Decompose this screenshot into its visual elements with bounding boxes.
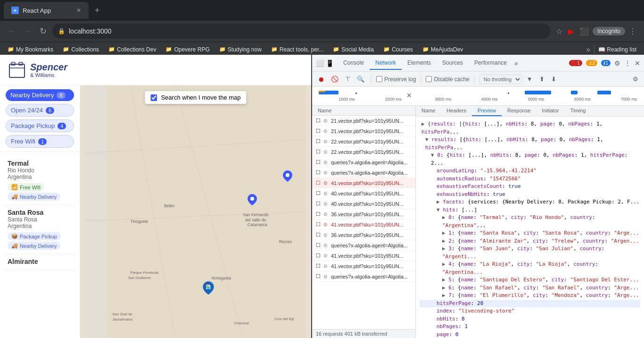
expand-icon[interactable]: ▶ xyxy=(421,121,425,127)
bookmark-opevere[interactable]: 📁 Opevere RPG xyxy=(162,45,213,54)
preview-tab-timing[interactable]: Timing xyxy=(565,106,592,116)
search-when-move-checkbox[interactable] xyxy=(150,94,157,101)
expand-hit6-icon[interactable]: ▶ xyxy=(442,285,446,291)
expand-hit3-icon[interactable]: ▶ xyxy=(442,245,446,252)
expand-hit0-icon[interactable]: ▶ xyxy=(442,214,446,220)
import-icon[interactable]: ⬆ xyxy=(537,75,546,84)
forward-button[interactable]: → xyxy=(22,25,34,38)
youtube-icon[interactable]: ▶ xyxy=(566,25,576,38)
timeline-bar-4 xyxy=(571,91,578,94)
filter-icon[interactable]: ⊤ xyxy=(343,75,352,84)
row-name: queries?x-algolia-agent=Algolia... xyxy=(331,274,412,279)
bookmark-collections-dev[interactable]: 📁 Collections Dev xyxy=(105,45,160,54)
expand-hit7-icon[interactable]: ▶ xyxy=(442,292,446,298)
timeline-1000ms: 1000 ms xyxy=(339,97,355,101)
network-row-15[interactable]: ☐ ⊙ queries?x-algolia-agent=Algolia... xyxy=(312,271,415,282)
tab-performance[interactable]: Performance xyxy=(469,57,512,70)
store-item-termal[interactable]: Termal Rio Hondo Argentina 📶 Free Wifi 🚚… xyxy=(4,156,76,205)
preview-tab-name[interactable]: Name xyxy=(416,106,441,116)
filter-nearby-delivery[interactable]: Nearby Delivery 8 xyxy=(6,89,74,101)
expand-hit5-icon[interactable]: ▶ xyxy=(442,277,446,283)
tab-elements[interactable]: Elements xyxy=(402,57,437,70)
preview-tab-headers[interactable]: Headers xyxy=(441,106,472,116)
record-button[interactable]: ⏺ xyxy=(316,75,326,84)
bookmark-meajudadev[interactable]: 📁 MeAjudaDev xyxy=(419,45,467,54)
active-tab[interactable]: R React App ✕ xyxy=(4,2,89,19)
network-row-14[interactable]: ☐ ⊙ 41.vector.pbf?sku=101y95UN... xyxy=(312,261,415,271)
browser-chrome: R React App ✕ + ← → ↻ 🔒 localhost:3000 ☆… xyxy=(0,0,644,55)
tab-close-button[interactable]: ✕ xyxy=(76,7,81,14)
filter-package-pickup[interactable]: Package Pickup 4 xyxy=(6,119,74,132)
incognito-badge[interactable]: Incognito xyxy=(593,27,625,35)
preserve-log-checkbox[interactable] xyxy=(376,76,382,82)
refresh-button[interactable]: ↻ xyxy=(38,24,49,38)
expand-results-icon[interactable]: ▼ xyxy=(425,136,429,143)
star-button[interactable]: ☆ xyxy=(554,25,564,38)
bookmark-react-tools[interactable]: 📁 React tools, per... xyxy=(267,45,327,54)
export-icon[interactable]: ⬇ xyxy=(549,75,558,84)
filter-free-wifi[interactable]: Free Wifi 1 xyxy=(6,135,74,148)
devtools-close-icon[interactable]: ✕ xyxy=(635,59,640,67)
network-row-0[interactable]: ☐ ⊙ 21.vector.pbf?sku=101y95UN... xyxy=(312,116,415,126)
bookmark-reading-list[interactable]: 📖 Reading list xyxy=(594,45,640,54)
tab-network[interactable]: Network xyxy=(370,57,402,70)
more-tabs-button[interactable]: » xyxy=(514,59,518,67)
expand-hit2-icon[interactable]: ▶ xyxy=(442,238,446,244)
expand-hit1-icon[interactable]: ▶ xyxy=(442,230,446,236)
map-pin-1[interactable] xyxy=(248,194,257,207)
network-row-2[interactable]: ☐ ⊙ 22.vector.pbf?sku=101y95UN... xyxy=(312,136,415,147)
devtools-device-icon[interactable]: 📱 xyxy=(326,59,334,67)
bookmark-studying[interactable]: 📁 Studying now xyxy=(215,45,265,54)
devtools-inspect-icon[interactable]: ⬜ xyxy=(316,59,324,67)
logo-subtitle: & Williams xyxy=(30,72,67,78)
bookmark-courses[interactable]: 📁 Courses xyxy=(380,45,417,54)
bookmark-social-media[interactable]: 📁 Social Media xyxy=(329,45,378,54)
preview-tab-preview[interactable]: Preview xyxy=(472,106,502,116)
network-row-10[interactable]: ☐ ⊙ 41.vector.pbf?sku=101y95UN... xyxy=(312,220,415,230)
network-row-3[interactable]: ☐ ⊙ 22.vector.pbf?sku=101y95UN... xyxy=(312,147,415,157)
throttle-down-icon[interactable]: ▼ xyxy=(525,75,535,84)
preview-tab-response[interactable]: Response xyxy=(502,106,537,116)
network-row-5[interactable]: ☐ ⊙ queries?x-algolia-agent=Algolia... xyxy=(312,168,415,178)
network-row-9[interactable]: ☐ ⊙ 36.vector.pbf?sku=101y95UN... xyxy=(312,209,415,220)
store-item-almirante[interactable]: Almirante xyxy=(4,254,76,270)
back-button[interactable]: ← xyxy=(6,25,18,38)
disable-cache-checkbox[interactable] xyxy=(426,76,432,82)
search-icon[interactable]: 🔍 xyxy=(355,75,366,84)
devtools-settings-icon[interactable]: ⚙ xyxy=(614,59,620,67)
settings-icon[interactable]: ⚙ xyxy=(631,75,640,84)
map-pin-selected[interactable]: 🏪 xyxy=(203,281,214,296)
network-row-12[interactable]: ☐ ⊙ queries?x-algolia-agent=Algolia... xyxy=(312,240,415,251)
preserve-log-label[interactable]: Preserve log xyxy=(376,76,416,83)
tab-sources[interactable]: Sources xyxy=(437,57,469,70)
network-row-11[interactable]: ☐ ⊙ 36.vector.pbf?sku=101y95UN... xyxy=(312,230,415,240)
filter-open-24[interactable]: Open 24/24 6 xyxy=(6,104,74,117)
expand-facets-icon[interactable]: ▶ xyxy=(437,199,440,205)
map-search-bar[interactable]: Search when I move the map xyxy=(145,91,246,104)
bookmark-my-bookmarks[interactable]: 📁 My Bookmarks xyxy=(4,45,57,54)
expand-hit4-icon[interactable]: ▶ xyxy=(442,261,446,267)
network-row-1[interactable]: ☐ ⊙ 21.vector.pbf?sku=101y95UN... xyxy=(312,126,415,136)
devtools-more-icon[interactable]: ⋮ xyxy=(624,59,631,67)
expand-0-icon[interactable]: ▼ xyxy=(431,152,434,158)
tab-console[interactable]: Console xyxy=(338,57,370,70)
bookmarks-more-button[interactable]: » xyxy=(586,45,590,54)
store-item-santa-rosa[interactable]: Santa Rosa Santa Rosa Argentina 📦 Packag… xyxy=(4,205,76,254)
preview-tab-initiator[interactable]: Initiator xyxy=(537,106,565,116)
menu-button[interactable]: ⋮ xyxy=(627,25,638,38)
network-row-8[interactable]: ☐ ⊙ 40.vector.pbf?sku=101y95UN... xyxy=(312,199,415,209)
network-row-7[interactable]: ☐ ⊙ 40.vector.pbf?sku=101y95UN... xyxy=(312,188,415,199)
map-pin-2[interactable] xyxy=(283,170,292,184)
network-row-13[interactable]: ☐ ⊙ 41.vector.pbf?sku=101y95UN... xyxy=(312,251,415,261)
new-tab-button[interactable]: + xyxy=(91,4,104,17)
network-row-6[interactable]: ☐ ⊙ 41.vector.pbf?sku=101y95UN... xyxy=(312,178,415,188)
disable-cache-label[interactable]: Disable cache xyxy=(426,76,469,83)
row-icon: ⊙ xyxy=(323,128,331,134)
bookmark-collections[interactable]: 📁 Collections xyxy=(59,45,103,54)
address-bar[interactable]: 🔒 localhost:3000 xyxy=(52,24,550,39)
expand-hits-icon[interactable]: ▼ xyxy=(437,207,440,213)
throttle-select[interactable]: No throttling xyxy=(479,75,522,84)
extensions-button[interactable]: ⬛ xyxy=(578,25,591,38)
clear-button[interactable]: 🚫 xyxy=(329,75,340,84)
network-row-4[interactable]: ☐ ⊙ queries?x-algolia-agent=Algolia... xyxy=(312,157,415,168)
